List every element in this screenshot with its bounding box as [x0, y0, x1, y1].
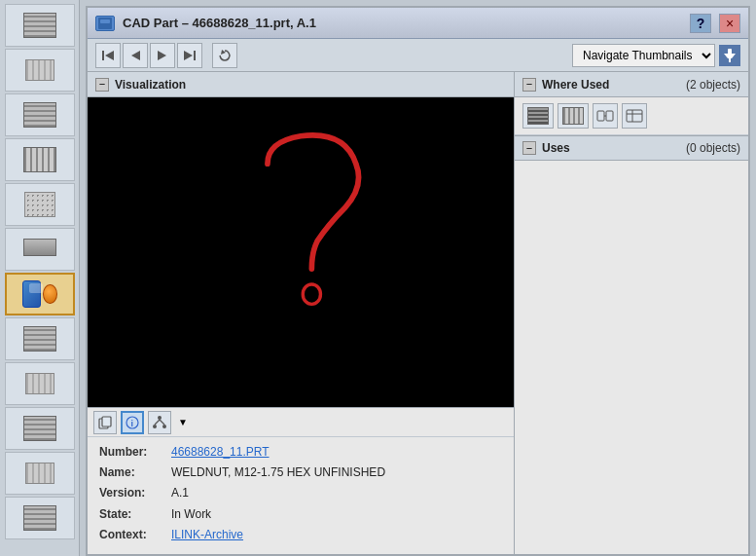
info-panel: i ▼ [88, 407, 514, 554]
nav-next-button[interactable] [150, 43, 175, 68]
sidebar-item-5[interactable] [5, 183, 75, 226]
svg-rect-23 [606, 111, 613, 121]
info-toolbar: i ▼ [88, 408, 514, 437]
svg-rect-25 [627, 110, 642, 122]
svg-point-12 [303, 284, 320, 304]
sidebar-item-2[interactable] [5, 49, 75, 92]
sidebar-item-1[interactable] [5, 4, 75, 47]
where-used-title: Where Used [542, 78, 609, 92]
state-label: State: [99, 505, 165, 524]
svg-rect-22 [597, 111, 604, 121]
svg-point-19 [162, 425, 166, 428]
sidebar [0, 0, 80, 556]
blue-cube-icon [22, 280, 42, 308]
uses-count: (0 objects) [686, 141, 740, 155]
sidebar-item-6[interactable] [5, 228, 75, 271]
context-row: Context: ILINK-Archive [99, 526, 502, 544]
sidebar-item-4[interactable] [5, 138, 75, 181]
svg-marker-5 [158, 51, 166, 60]
viz-canvas [88, 97, 514, 407]
sidebar-item-7[interactable] [5, 273, 75, 315]
sidebar-item-2-icon [22, 55, 57, 86]
cad-preview-svg [88, 97, 514, 407]
uses-collapse-button[interactable]: − [522, 141, 536, 155]
where-used-collapse-button[interactable]: − [522, 78, 536, 92]
sidebar-item-3-icon [22, 99, 57, 130]
copy-button[interactable] [93, 411, 117, 434]
svg-marker-7 [184, 51, 193, 60]
svg-line-21 [160, 420, 164, 425]
pin-button[interactable] [719, 45, 740, 66]
svg-point-17 [158, 416, 162, 420]
version-row: Version: A.1 [99, 484, 502, 502]
sidebar-item-6-icon [22, 234, 57, 265]
sidebar-item-3[interactable] [5, 93, 75, 136]
where-used-item-2-icon [562, 107, 584, 125]
name-row: Name: WELDNUT, M12-1.75 HEX UNFINISHED [99, 463, 502, 482]
nav-last-button[interactable] [177, 43, 202, 68]
cad-part-icon [95, 16, 115, 31]
uses-content [515, 161, 748, 554]
sidebar-item-9-icon [22, 368, 57, 399]
number-value[interactable]: 46688628_11.PRT [171, 443, 270, 462]
info-button[interactable]: i [121, 411, 144, 434]
version-value: A.1 [171, 484, 189, 502]
sidebar-item-11-icon [22, 458, 57, 489]
sidebar-item-12[interactable] [5, 497, 75, 539]
svg-rect-14 [102, 417, 111, 426]
nav-first-button[interactable] [95, 43, 121, 68]
where-used-item-2[interactable] [558, 103, 589, 129]
viz-collapse-button[interactable]: − [95, 78, 109, 92]
name-value: WELDNUT, M12-1.75 HEX UNFINISHED [171, 463, 385, 482]
where-used-item-4[interactable] [622, 103, 647, 129]
number-row: Number: 46688628_11.PRT [99, 443, 502, 462]
uses-header: − Uses (0 objects) [515, 135, 748, 161]
dropdown-arrow-button[interactable]: ▼ [175, 415, 191, 430]
where-used-item-1[interactable] [522, 103, 554, 129]
svg-line-20 [155, 420, 160, 425]
svg-point-18 [153, 425, 157, 428]
title-bar: CAD Part – 46688628_11.prt, A.1 ? × [88, 8, 748, 39]
navigate-select[interactable]: Navigate Thumbnails [572, 44, 715, 67]
sidebar-item-10[interactable] [5, 407, 75, 450]
where-used-count: (2 objects) [686, 78, 740, 92]
sidebar-item-8-icon [22, 323, 57, 354]
nav-toolbar: Navigate Thumbnails [88, 39, 748, 72]
orange-gem-icon [43, 284, 56, 304]
version-label: Version: [99, 484, 165, 502]
sidebar-item-8[interactable] [5, 317, 75, 360]
sidebar-item-1-icon [22, 10, 57, 41]
sidebar-item-12-icon [22, 502, 57, 534]
viz-title: Visualization [115, 78, 186, 92]
dialog-window: CAD Part – 46688628_11.prt, A.1 ? × [86, 6, 750, 556]
svg-text:i: i [131, 419, 134, 428]
main-content: CAD Part – 46688628_11.prt, A.1 ? × [80, 0, 756, 556]
nav-dropdown: Navigate Thumbnails [572, 44, 740, 67]
sidebar-item-11[interactable] [5, 452, 75, 495]
svg-marker-3 [105, 51, 114, 60]
help-button[interactable]: ? [690, 14, 711, 33]
name-label: Name: [99, 463, 165, 482]
state-row: State: In Work [99, 505, 502, 524]
visualization-panel: − Visualization [88, 72, 515, 554]
sidebar-item-9[interactable] [5, 362, 75, 405]
sidebar-item-10-icon [22, 413, 57, 444]
right-panel: − Where Used (2 objects) [515, 72, 748, 554]
dialog-body: − Visualization [88, 72, 748, 554]
where-used-item-3[interactable] [593, 103, 618, 129]
nav-prev-button[interactable] [123, 43, 148, 68]
close-button[interactable]: × [719, 14, 740, 33]
where-used-items [515, 97, 748, 135]
svg-marker-10 [724, 54, 736, 58]
svg-marker-4 [131, 51, 140, 60]
number-label: Number: [99, 443, 165, 462]
structure-button[interactable] [148, 411, 171, 434]
refresh-button[interactable] [212, 43, 237, 68]
where-used-header: − Where Used (2 objects) [515, 72, 748, 97]
svg-rect-1 [100, 19, 110, 23]
sidebar-item-4-icon [22, 144, 57, 175]
sidebar-item-7-icon [22, 278, 57, 310]
context-value[interactable]: ILINK-Archive [171, 526, 243, 544]
where-used-item-1-icon [527, 107, 549, 125]
sidebar-item-5-icon [22, 189, 57, 220]
